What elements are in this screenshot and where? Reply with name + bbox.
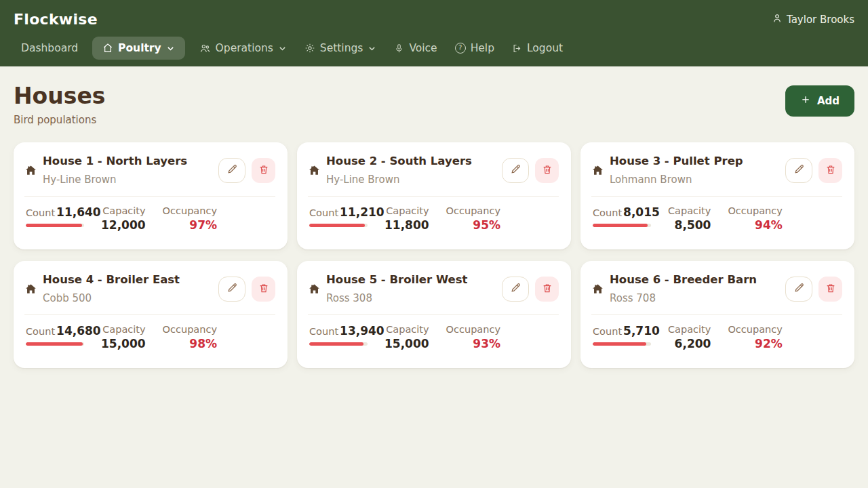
house-name: House 1 - North Layers: [43, 155, 187, 167]
occupancy-value: 92%: [755, 337, 783, 350]
capacity-label: Capacity: [668, 205, 711, 216]
capacity-label: Capacity: [102, 205, 145, 216]
edit-button[interactable]: [785, 277, 812, 302]
home-icon: [102, 43, 113, 54]
house-icon: [591, 283, 604, 296]
occupancy-value: 95%: [473, 218, 500, 232]
occupancy-label: Occupancy: [446, 324, 500, 335]
occupancy-stat: Occupancy 98%: [163, 324, 217, 350]
nav-dashboard[interactable]: Dashboard: [12, 37, 87, 59]
occupancy-bar-track: [593, 224, 651, 227]
edit-button[interactable]: [502, 277, 529, 302]
house-name: House 5 - Broiler West: [326, 273, 467, 286]
nav-settings-label: Settings: [320, 42, 363, 54]
edit-button[interactable]: [502, 158, 529, 183]
nav-operations[interactable]: Operations: [191, 37, 296, 59]
capacity-stat: Capacity 11,800: [384, 205, 429, 232]
occupancy-value: 98%: [189, 337, 217, 350]
plus-icon: [800, 94, 811, 108]
nav-help[interactable]: ? Help: [446, 37, 503, 59]
edit-button[interactable]: [785, 158, 812, 183]
count-value: 5,710: [623, 324, 660, 338]
occupancy-stat: Occupancy 97%: [163, 205, 217, 232]
house-icon: [24, 283, 37, 296]
logout-icon: [512, 43, 522, 54]
house-card: House 1 - North Layers Hy-Line Brown: [14, 142, 288, 249]
delete-button[interactable]: [252, 158, 275, 183]
occupancy-bar-fill: [26, 224, 82, 227]
occupancy-bar-track: [309, 342, 368, 346]
house-card: House 6 - Breeder Barn Ross 708: [580, 261, 854, 368]
delete-button[interactable]: [252, 277, 275, 302]
pencil-icon: [793, 163, 805, 177]
house-name: House 3 - Pullet Prep: [610, 155, 743, 167]
capacity-value: 6,200: [675, 337, 711, 350]
capacity-value: 11,800: [384, 218, 429, 232]
count-stat: Count 13,940: [309, 324, 368, 346]
trash-icon: [258, 164, 269, 177]
count-stat: Count 11,210: [309, 205, 368, 227]
delete-button[interactable]: [818, 277, 842, 302]
occupancy-label: Occupancy: [446, 205, 500, 216]
house-breed: Ross 308: [326, 292, 467, 304]
card-divider: [591, 196, 842, 197]
occupancy-bar-track: [593, 342, 651, 346]
delete-button[interactable]: [818, 158, 842, 183]
main-nav: Dashboard Poultry Operations Settings: [12, 37, 856, 66]
count-value: 14,680: [56, 324, 101, 338]
count-stat: Count 5,710: [593, 324, 651, 346]
nav-settings[interactable]: Settings: [296, 37, 386, 59]
occupancy-bar-fill: [26, 342, 83, 346]
occupancy-bar-track: [26, 342, 84, 346]
occupancy-bar-track: [309, 224, 368, 227]
occupancy-label: Occupancy: [163, 324, 217, 335]
chevron-down-icon: [368, 44, 376, 53]
occupancy-value: 97%: [189, 218, 217, 232]
count-stat: Count 8,015: [593, 205, 651, 227]
occupancy-bar-fill: [309, 342, 363, 346]
card-divider: [308, 314, 559, 315]
count-stat: Count 11,640: [26, 205, 84, 227]
edit-button[interactable]: [218, 277, 245, 302]
house-breed: Ross 708: [610, 292, 757, 304]
page-subtitle: Bird populations: [14, 114, 105, 126]
card-divider: [308, 196, 559, 197]
house-name: House 6 - Breeder Barn: [610, 273, 757, 286]
house-breed: Hy-Line Brown: [326, 174, 472, 186]
trash-icon: [542, 283, 553, 296]
nav-voice-label: Voice: [409, 42, 437, 54]
delete-button[interactable]: [535, 158, 559, 183]
nav-voice[interactable]: Voice: [385, 37, 446, 59]
chevron-down-icon: [166, 44, 175, 53]
house-icon: [308, 164, 321, 177]
house-name: House 2 - South Layers: [326, 155, 472, 167]
nav-logout-label: Logout: [527, 42, 563, 54]
house-breed: Lohmann Brown: [610, 174, 743, 186]
occupancy-label: Occupancy: [163, 205, 217, 216]
user-menu[interactable]: Taylor Brooks: [772, 13, 854, 26]
capacity-value: 12,000: [101, 218, 146, 232]
pencil-icon: [793, 282, 805, 296]
main-content: Houses Bird populations Add House 1 - No…: [0, 66, 868, 382]
nav-dashboard-label: Dashboard: [21, 42, 78, 54]
capacity-stat: Capacity 15,000: [384, 324, 429, 350]
nav-logout[interactable]: Logout: [503, 37, 572, 59]
edit-button[interactable]: [218, 158, 245, 183]
house-card: House 2 - South Layers Hy-Line Brown: [297, 142, 571, 249]
occupancy-label: Occupancy: [728, 324, 782, 335]
capacity-stat: Capacity 15,000: [101, 324, 146, 350]
app-title: Flockwise: [14, 11, 98, 28]
pencil-icon: [226, 282, 238, 296]
add-button[interactable]: Add: [785, 85, 854, 117]
occupancy-stat: Occupancy 95%: [446, 205, 500, 232]
trash-icon: [825, 164, 836, 177]
delete-button[interactable]: [535, 277, 559, 302]
nav-poultry[interactable]: Poultry: [92, 37, 185, 60]
house-icon: [308, 283, 321, 296]
page-title: Houses: [14, 83, 105, 109]
occupancy-bar-fill: [309, 224, 365, 227]
occupancy-stat: Occupancy 94%: [728, 205, 782, 232]
add-button-label: Add: [817, 95, 840, 107]
count-label: Count: [593, 326, 622, 337]
occupancy-bar-track: [26, 224, 84, 227]
